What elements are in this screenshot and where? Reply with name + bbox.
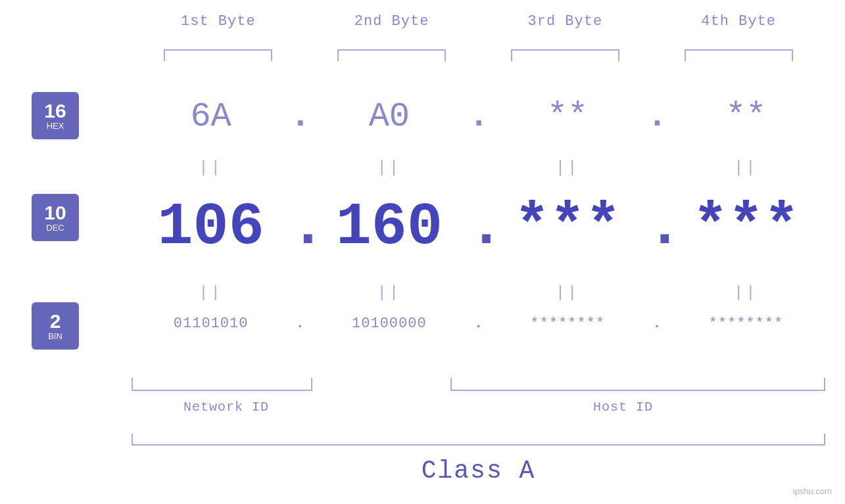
byte-header-4: 4th Byte	[652, 13, 825, 30]
eq-2-b1: ||	[132, 284, 290, 302]
hex-badge-num: 16	[44, 101, 66, 121]
dec-sep-2: .	[469, 194, 489, 261]
bin-sep-2: .	[469, 315, 489, 332]
hex-badge-label: HEX	[47, 121, 64, 131]
eq-1-b4: ||	[667, 159, 825, 177]
top-bracket-4	[685, 49, 793, 61]
hex-b3: **	[489, 97, 647, 136]
byte-header-2: 2nd Byte	[305, 13, 479, 30]
bin-badge: 2 BIN	[32, 302, 79, 350]
eq-2-b4: ||	[667, 284, 825, 302]
bin-b1: 01101010	[132, 315, 290, 332]
dec-b1: 106	[132, 194, 290, 261]
watermark: ipshu.com	[793, 486, 832, 496]
bin-b2: 10100000	[310, 315, 468, 332]
dec-b2: 160	[310, 194, 468, 261]
hex-b1: 6A	[132, 97, 290, 136]
dec-row: 106 . 160 . *** . ***	[132, 194, 825, 261]
bin-badge-num: 2	[50, 311, 61, 331]
class-bracket	[132, 434, 825, 446]
hex-b4: **	[667, 97, 825, 136]
hex-sep-1: .	[290, 97, 310, 136]
bin-b3: ********	[489, 315, 647, 332]
top-bracket-1	[164, 49, 272, 61]
bin-b4: ********	[667, 315, 825, 332]
eq-row-1: || || || ||	[132, 159, 825, 177]
dec-b3: ***	[489, 194, 647, 261]
byte-header-1: 1st Byte	[132, 13, 305, 30]
dec-badge-num: 10	[44, 203, 66, 223]
eq-row-2: || || || ||	[132, 284, 825, 302]
eq-2-b3: ||	[489, 284, 647, 302]
host-id-label: Host ID	[421, 400, 825, 415]
eq-1-b2: ||	[310, 159, 468, 177]
dec-badge-label: DEC	[46, 223, 64, 233]
hex-badge: 16 HEX	[32, 92, 79, 139]
top-brackets	[132, 49, 825, 61]
dec-sep-3: .	[647, 194, 667, 261]
network-bracket	[132, 378, 312, 391]
top-bracket-2	[337, 49, 446, 61]
hex-b2: A0	[310, 97, 468, 136]
dec-b4: ***	[667, 194, 825, 261]
bottom-bracket-row	[132, 378, 825, 391]
dec-badge: 10 DEC	[32, 194, 79, 241]
hex-sep-2: .	[469, 97, 489, 136]
network-id-label: Network ID	[154, 400, 299, 415]
bin-sep-3: .	[647, 315, 667, 332]
byte-header-3: 3rd Byte	[479, 13, 652, 30]
hex-row: 6A . A0 . ** . **	[132, 97, 825, 136]
top-bracket-3	[511, 49, 619, 61]
eq-1-b3: ||	[489, 159, 647, 177]
hex-sep-3: .	[647, 97, 667, 136]
class-label: Class A	[132, 457, 825, 485]
eq-2-b2: ||	[310, 284, 468, 302]
byte-headers: 1st Byte 2nd Byte 3rd Byte 4th Byte	[132, 13, 825, 30]
bin-row: 01101010 . 10100000 . ******** . *******…	[132, 315, 825, 332]
main-container: 1st Byte 2nd Byte 3rd Byte 4th Byte 16 H…	[0, 0, 845, 504]
bin-badge-label: BIN	[48, 331, 62, 341]
host-bracket	[450, 378, 825, 391]
dec-sep-1: .	[290, 194, 310, 261]
eq-1-b1: ||	[132, 159, 290, 177]
bin-sep-1: .	[290, 315, 310, 332]
